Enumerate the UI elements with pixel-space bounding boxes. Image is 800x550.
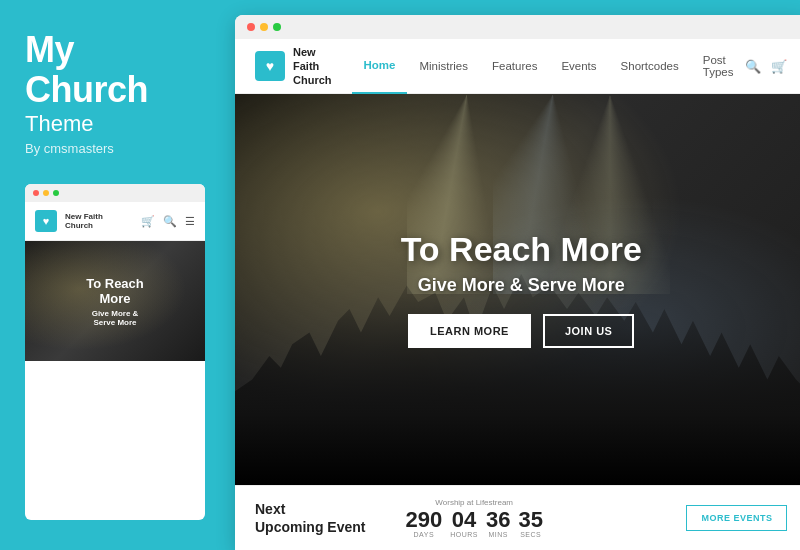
right-panel: ♥ New Faith Church Home Ministries Featu… [230,0,800,550]
learn-more-button[interactable]: LEARN MORE [408,314,531,348]
nav-item-post-types[interactable]: Post Types [691,39,746,94]
nav-item-features[interactable]: Features [480,39,549,94]
mini-dot-yellow [43,190,49,196]
left-panel: My Church Theme By cmsmasters ♥ New Fait… [0,0,230,550]
nav-heart-icon: ♥ [266,58,274,74]
mini-search-icon: 🔍 [163,215,177,228]
mini-hero-text: To Reach More Give More & Serve More [86,276,144,327]
theme-title: My Church [25,30,205,109]
hero-buttons: LEARN MORE JOIN US [408,314,634,348]
nav-logo-text: New Faith Church [293,45,332,88]
mini-logo-box: ♥ [35,210,57,232]
countdown-mins-num: 36 [486,509,510,531]
nav-item-events[interactable]: Events [549,39,608,94]
countdown-days-num: 290 [405,509,442,531]
countdown-secs-num: 35 [518,509,542,531]
nav-logo-box: ♥ [255,51,285,81]
theme-subtitle: Theme [25,111,205,137]
countdown-mins: 36 MINS [486,509,510,538]
mini-cart-icon: 🛒 [141,215,155,228]
mini-browser-bar [25,184,205,202]
mini-menu-icon: ☰ [185,215,195,228]
nav-icons: 🔍 🛒 [745,59,787,74]
countdown-hours-num: 04 [452,509,476,531]
hero-text-area: To Reach More Give More & Serve More LEA… [235,94,800,485]
worship-section: Worship at Lifestream 290 DAYS 04 HOURS … [405,498,542,538]
top-nav: ♥ New Faith Church Home Ministries Featu… [235,39,800,94]
main-dot-yellow [260,23,268,31]
mini-dot-green [53,190,59,196]
countdown-secs: 35 SECS [518,509,542,538]
mini-logo-text: New Faith Church [65,212,103,231]
hero-section: To Reach More Give More & Serve More LEA… [235,94,800,485]
countdown-mins-unit: MINS [488,531,508,538]
next-event-label: Next Upcoming Event [255,500,365,536]
mini-dot-red [33,190,39,196]
mini-heart-icon: ♥ [43,215,50,227]
mini-hero-h1: To Reach More [86,276,144,307]
website-content: ♥ New Faith Church Home Ministries Featu… [235,39,800,550]
join-us-button[interactable]: JOIN US [543,314,635,348]
hero-heading: To Reach More [401,231,642,268]
main-browser-bar [235,15,800,39]
mini-nav-icons: 🛒 🔍 ☰ [141,215,195,228]
mini-browser-preview: ♥ New Faith Church 🛒 🔍 ☰ To Reach More G… [25,184,205,520]
bottom-bar: Next Upcoming Event Worship at Lifestrea… [235,485,800,550]
countdown-secs-unit: SECS [520,531,541,538]
countdown-hours: 04 HOURS [450,509,478,538]
countdown-days-unit: DAYS [414,531,435,538]
mini-hero: To Reach More Give More & Serve More [25,241,205,361]
nav-logo-area: ♥ New Faith Church [255,45,332,88]
mini-hero-h2: Give More & Serve More [86,309,144,327]
countdown-days: 290 DAYS [405,509,442,538]
countdown-row: 290 DAYS 04 HOURS 36 MINS 35 [405,509,542,538]
main-browser: ♥ New Faith Church Home Ministries Featu… [235,15,800,550]
nav-item-shortcodes[interactable]: Shortcodes [609,39,691,94]
mini-browser-content: ♥ New Faith Church 🛒 🔍 ☰ To Reach More G… [25,202,205,361]
nav-menu: Home Ministries Features Events Shortcod… [352,39,746,94]
theme-author: By cmsmasters [25,141,205,156]
main-dot-green [273,23,281,31]
countdown-hours-unit: HOURS [450,531,478,538]
worship-label: Worship at Lifestream [405,498,542,507]
nav-search-icon[interactable]: 🔍 [745,59,761,74]
hero-subheading: Give More & Serve More [418,275,625,296]
nav-cart-icon[interactable]: 🛒 [771,59,787,74]
mini-nav: ♥ New Faith Church 🛒 🔍 ☰ [25,202,205,241]
main-dot-red [247,23,255,31]
nav-item-ministries[interactable]: Ministries [407,39,480,94]
more-events-button[interactable]: MORE EVENTS [686,505,787,531]
nav-item-home[interactable]: Home [352,39,408,94]
